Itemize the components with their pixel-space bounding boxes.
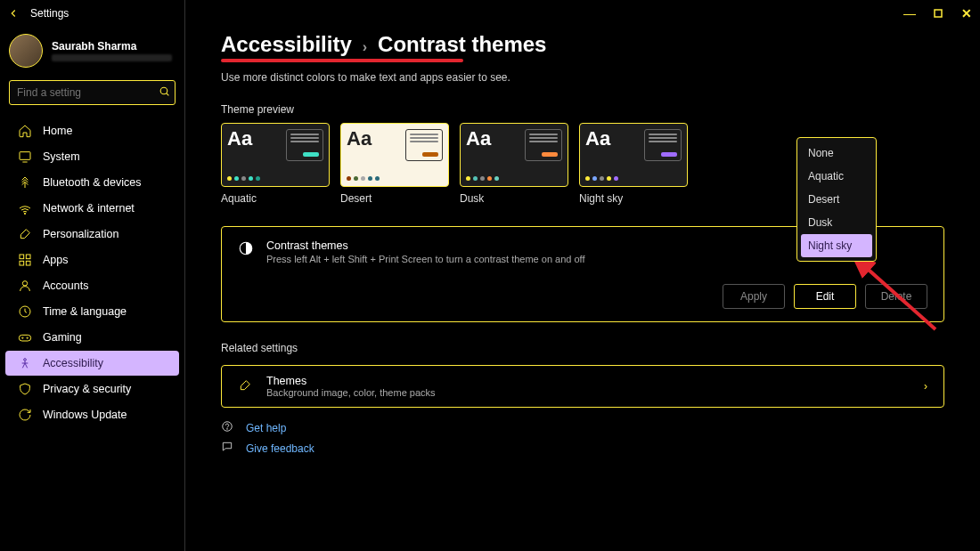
sidebar-item-network-internet[interactable]: Network & internet (5, 196, 179, 221)
theme-card-desert[interactable]: AaDesert (340, 123, 449, 205)
breadcrumb: Accessibility › Contrast themes (221, 32, 944, 57)
mini-window-icon (286, 129, 323, 161)
home-icon (18, 124, 32, 138)
sample-text: Aa (227, 129, 252, 149)
annotation-underline (221, 59, 463, 62)
clock-icon (18, 304, 32, 319)
theme-card-night-sky[interactable]: AaNight sky (579, 123, 688, 205)
sidebar-item-label: Time & language (43, 305, 127, 318)
sidebar-item-label: Accessibility (43, 357, 103, 369)
user-name: Saurabh Sharma (52, 40, 172, 53)
sidebar-item-label: System (43, 150, 80, 163)
svg-rect-6 (20, 261, 24, 265)
delete-button[interactable]: Delete (865, 284, 927, 309)
svg-rect-10 (19, 335, 30, 341)
apply-button[interactable]: Apply (723, 284, 785, 309)
sidebar-item-label: Apps (43, 254, 69, 266)
theme-card-aquatic[interactable]: AaAquatic (221, 123, 330, 205)
user-email-redacted (52, 54, 172, 61)
chevron-right-icon: › (924, 380, 927, 393)
back-button[interactable] (0, 0, 27, 27)
system-icon (18, 150, 32, 164)
update-icon (18, 408, 32, 422)
svg-rect-5 (26, 255, 30, 259)
edit-button[interactable]: Edit (794, 284, 856, 309)
theme-thumbnail: Aa (340, 123, 449, 187)
avatar (9, 34, 43, 68)
related-themes[interactable]: Themes Background image, color, theme pa… (221, 365, 944, 408)
sidebar-item-privacy-security[interactable]: Privacy & security (5, 377, 179, 401)
sidebar-item-label: Accounts (43, 280, 88, 292)
sample-text: Aa (347, 129, 372, 149)
sidebar-item-home[interactable]: Home (5, 118, 179, 143)
dropdown-item-none[interactable]: None (801, 142, 872, 165)
sidebar-item-apps[interactable]: Apps (5, 247, 179, 272)
search-input[interactable] (9, 80, 176, 105)
svg-point-11 (22, 337, 23, 338)
theme-card-dusk[interactable]: AaDusk (460, 123, 568, 205)
svg-point-8 (22, 281, 27, 286)
svg-point-1 (160, 87, 167, 94)
sidebar-item-gaming[interactable]: Gaming (5, 325, 179, 350)
search-icon[interactable] (159, 85, 170, 100)
sidebar-item-label: Bluetooth & devices (43, 176, 142, 189)
breadcrumb-current: Contrast themes (378, 32, 546, 57)
apps-icon (18, 253, 32, 267)
panel-subtitle: Press left Alt + left Shift + Print Scre… (266, 254, 585, 264)
sidebar-item-accessibility[interactable]: Accessibility (5, 351, 179, 376)
dropdown-item-desert[interactable]: Desert (801, 188, 872, 211)
sidebar-item-bluetooth-devices[interactable]: Bluetooth & devices (5, 170, 179, 195)
accessibility-icon (18, 356, 32, 370)
dropdown-item-night-sky[interactable]: Night sky (801, 234, 872, 257)
main-content: Accessibility › Contrast themes Use more… (185, 0, 980, 551)
sidebar-item-personalization[interactable]: Personalization (5, 222, 179, 247)
feedback-icon (221, 441, 235, 456)
sidebar-item-accounts[interactable]: Accounts (5, 273, 179, 298)
related-sub: Background image, color, theme packs (266, 387, 436, 398)
give-feedback-link[interactable]: Give feedback (246, 442, 314, 455)
theme-thumbnail: Aa (579, 123, 688, 187)
sidebar-item-system[interactable]: System (5, 144, 179, 169)
person-icon (18, 279, 32, 293)
theme-thumbnail: Aa (460, 123, 568, 187)
svg-point-12 (27, 337, 28, 338)
search-input-wrap (9, 80, 176, 105)
panel-title: Contrast themes (266, 239, 585, 252)
theme-label: Desert (340, 192, 449, 205)
dropdown-item-dusk[interactable]: Dusk (801, 211, 872, 234)
sidebar-item-time-language[interactable]: Time & language (5, 299, 179, 324)
sidebar-item-label: Gaming (43, 331, 82, 344)
theme-dropdown[interactable]: NoneAquaticDesertDuskNight sky (796, 137, 877, 262)
contrast-icon (238, 240, 254, 256)
chevron-right-icon: › (363, 39, 367, 55)
get-help-link[interactable]: Get help (246, 422, 286, 434)
palette-dots (227, 176, 323, 181)
breadcrumb-parent[interactable]: Accessibility (221, 32, 352, 57)
brush-icon (238, 378, 254, 394)
palette-dots (466, 176, 562, 181)
sample-text: Aa (466, 129, 491, 149)
sidebar-item-label: Network & internet (43, 202, 135, 215)
svg-rect-4 (20, 255, 24, 259)
mini-window-icon (405, 129, 443, 161)
theme-label: Aquatic (221, 192, 330, 205)
sidebar-item-label: Home (43, 125, 72, 137)
theme-preview-label: Theme preview (221, 103, 944, 116)
mini-window-icon (644, 129, 682, 161)
svg-point-13 (24, 359, 27, 361)
dropdown-item-aquatic[interactable]: Aquatic (801, 165, 872, 188)
sidebar-item-windows-update[interactable]: Windows Update (5, 402, 179, 427)
page-description: Use more distinct colors to make text an… (221, 71, 944, 84)
svg-rect-7 (26, 261, 30, 265)
theme-label: Dusk (460, 192, 568, 205)
brush-icon (18, 227, 32, 241)
wifi-icon (18, 201, 32, 215)
related-title: Themes (266, 375, 436, 387)
svg-rect-2 (20, 152, 30, 160)
palette-dots (585, 176, 682, 181)
svg-point-3 (24, 213, 25, 214)
theme-label: Night sky (579, 192, 688, 205)
palette-dots (347, 176, 443, 181)
sidebar: Saurabh Sharma HomeSystemBluetooth & dev… (0, 0, 185, 551)
bluetooth-icon (18, 175, 32, 190)
